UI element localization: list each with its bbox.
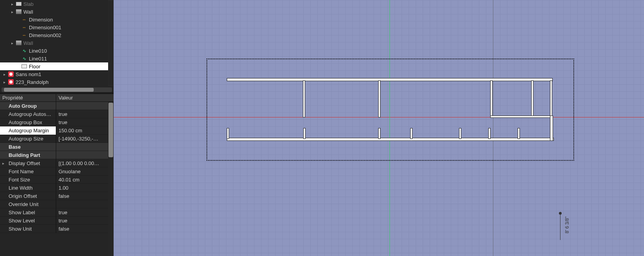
property-value[interactable]: [-14900,-3250,-… <box>56 135 114 143</box>
wall-segment[interactable] <box>550 116 553 141</box>
property-name: Origin Offset <box>0 192 56 200</box>
tree-item-label: Wall <box>23 9 33 15</box>
property-name: Base <box>0 143 56 151</box>
property-value[interactable]: true <box>56 118 114 126</box>
property-name: Building Part <box>0 151 56 159</box>
tree-item[interactable]: ↔Dimension002 <box>0 31 114 39</box>
wall-icon <box>16 41 21 45</box>
tree-item[interactable]: ↔Dimension <box>0 16 114 23</box>
wall-segment[interactable] <box>550 80 552 117</box>
property-group[interactable]: Building Part <box>0 151 114 159</box>
property-name: Line Width <box>0 184 56 192</box>
property-value[interactable]: 40.01 cm <box>56 176 114 184</box>
property-row[interactable]: Font NameGnuolane <box>0 167 114 176</box>
slab-icon <box>16 2 21 6</box>
property-value[interactable]: 150.00 cm <box>56 126 114 135</box>
property-row[interactable]: Autogroup Boxtrue <box>0 118 114 126</box>
root: ▸Slab▸Wall↔Dimension↔Dimension001↔Dimens… <box>0 0 644 256</box>
dimension-line[interactable] <box>560 213 561 240</box>
property-value[interactable]: true <box>56 110 114 118</box>
wall-segment[interactable] <box>518 128 520 139</box>
sidebar: ▸Slab▸Wall↔Dimension↔Dimension001↔Dimens… <box>0 0 114 256</box>
wall-segment[interactable] <box>410 128 413 139</box>
wall-segment[interactable] <box>227 138 554 141</box>
property-group[interactable]: Base <box>0 143 114 151</box>
property-vertical-scrollbar[interactable] <box>108 102 114 256</box>
property-row[interactable]: Override Unit <box>0 200 114 208</box>
wall-segment[interactable] <box>490 116 553 118</box>
wall-segment[interactable] <box>488 128 491 139</box>
property-name: Autogroup Size <box>0 135 56 143</box>
property-row[interactable]: Line Width1.00 <box>0 184 114 192</box>
tree-item[interactable]: ↔Dimension001 <box>0 23 114 31</box>
wall-segment[interactable] <box>303 128 306 139</box>
tree-item[interactable]: ∿Line011 <box>0 55 114 62</box>
wall-segment[interactable] <box>378 128 381 139</box>
wall-segment[interactable] <box>531 80 534 117</box>
property-name: Show Label <box>0 208 56 217</box>
property-panel: Propriété Valeur Auto GroupAutogroup Aut… <box>0 94 114 256</box>
property-row[interactable]: Origin Offsetfalse <box>0 192 114 200</box>
property-value[interactable]: Gnuolane <box>56 167 114 176</box>
dimension-label: 8' 6 3/8" <box>564 217 570 233</box>
wall-segment[interactable] <box>227 128 229 139</box>
wall-segment[interactable] <box>378 80 381 117</box>
property-header-name[interactable]: Propriété <box>0 94 56 101</box>
property-name: Override Unit <box>0 200 56 208</box>
property-row[interactable]: Autogroup Margin150.00 cm <box>0 126 114 135</box>
tree-vertical-scrollbar[interactable] <box>108 0 114 86</box>
property-row[interactable]: ▸Display Offset[(1.00 0.00 0.00… <box>0 159 114 167</box>
property-group[interactable]: Auto Group <box>0 102 114 110</box>
property-row[interactable]: Show Leveltrue <box>0 217 114 225</box>
tree-item-label: Wall <box>23 40 33 46</box>
tree-item-label: Slab <box>23 1 34 7</box>
expander-icon[interactable]: ▸ <box>2 72 6 76</box>
property-name: Auto Group <box>0 102 56 110</box>
viewport-3d[interactable]: 8' 6 3/8" <box>114 0 644 256</box>
dimension-icon: ↔ <box>22 25 27 30</box>
tree-view[interactable]: ▸Slab▸Wall↔Dimension↔Dimension001↔Dimens… <box>0 0 114 86</box>
expander-icon[interactable]: ▸ <box>2 161 4 165</box>
tree-item-label: Line011 <box>29 56 47 62</box>
tree-item[interactable]: ▸Wall <box>0 39 114 47</box>
tree-item[interactable]: ▸Slab <box>0 0 114 8</box>
property-name: Autogroup Margin <box>0 126 56 135</box>
property-name: Display Offset <box>0 159 56 167</box>
property-value[interactable]: false <box>56 192 114 200</box>
property-row[interactable]: Show Unitfalse <box>0 225 114 233</box>
wall-segment[interactable] <box>459 128 461 139</box>
property-value[interactable]: [(1.00 0.00 0.00… <box>56 159 114 167</box>
property-value[interactable]: 1.00 <box>56 184 114 192</box>
document-icon <box>8 71 14 77</box>
tree-item[interactable]: Floor <box>0 62 114 70</box>
tree-item[interactable]: ∿Line010 <box>0 47 114 55</box>
tree-item[interactable]: ▸223_Randolph <box>0 78 114 86</box>
tree-item-label: 223_Randolph <box>16 79 49 85</box>
wall-segment[interactable] <box>227 78 553 81</box>
expander-icon[interactable]: ▸ <box>2 80 6 84</box>
property-row[interactable]: Font Size40.01 cm <box>0 176 114 184</box>
selection-bounding-box <box>206 59 574 161</box>
property-value[interactable]: false <box>56 225 114 233</box>
tree-item[interactable]: ▸Wall <box>0 8 114 16</box>
wall-icon <box>16 9 21 14</box>
expander-icon[interactable]: ▸ <box>10 2 14 6</box>
wall-segment[interactable] <box>303 80 305 117</box>
property-row[interactable]: Show Labeltrue <box>0 208 114 217</box>
tree-item-label: Dimension002 <box>29 32 61 38</box>
line-icon: ∿ <box>23 56 26 61</box>
expander-icon[interactable]: ▸ <box>10 10 14 14</box>
property-name: Font Name <box>0 167 56 176</box>
property-value[interactable]: true <box>56 217 114 225</box>
tree-item[interactable]: ▸Sans nom1 <box>0 70 114 78</box>
expander-icon[interactable]: ▸ <box>10 41 14 45</box>
property-value[interactable]: true <box>56 208 114 217</box>
wall-segment[interactable] <box>490 80 493 117</box>
tree-item-label: Line010 <box>29 48 47 54</box>
property-header-value[interactable]: Valeur <box>56 94 114 101</box>
tree-horizontal-scrollbar[interactable] <box>0 87 114 92</box>
tree-item-label: Dimension001 <box>29 25 61 30</box>
property-row[interactable]: Autogroup Autos…true <box>0 110 114 118</box>
tree-item-label: Dimension <box>29 17 53 23</box>
property-row[interactable]: Autogroup Size[-14900,-3250,-… <box>0 135 114 143</box>
